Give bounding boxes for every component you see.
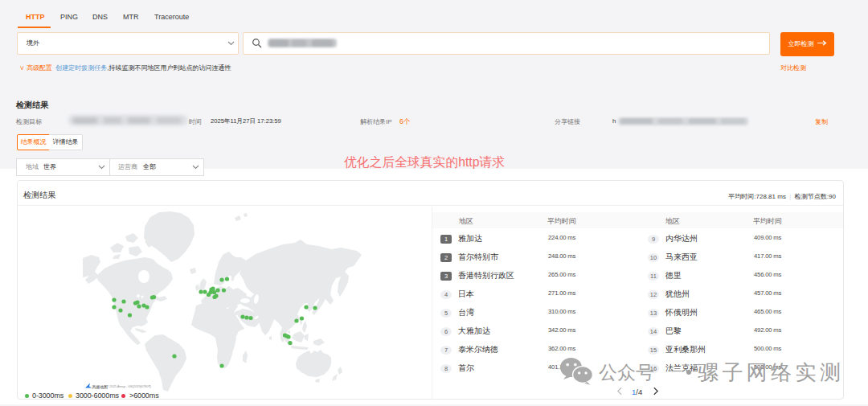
svg-text:高德地图: 高德地图 bbox=[92, 384, 108, 390]
svg-text:© 2025 Amap - GS(2019)6790号: © 2025 Amap - GS(2019)6790号 bbox=[107, 384, 153, 388]
